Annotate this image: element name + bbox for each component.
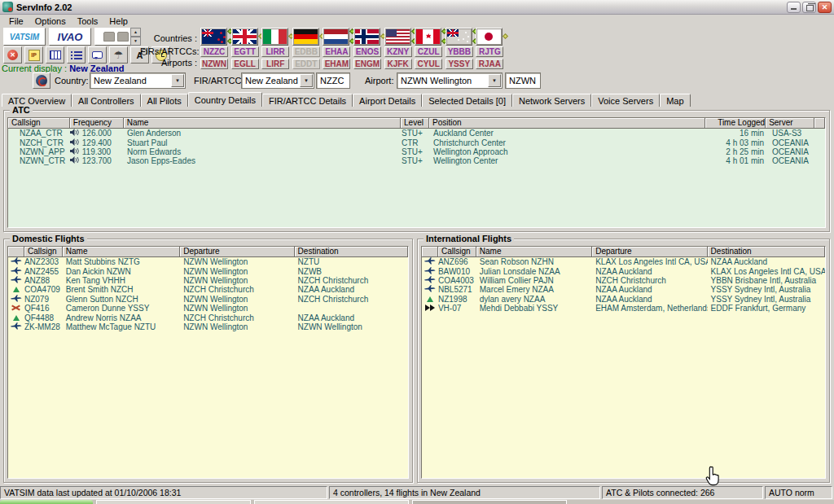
country-flag-button-new-zealand[interactable]: [200, 28, 227, 46]
flight-row-coa4709[interactable]: COA4709Brent Smith NZCHNZCH Christchurch…: [8, 285, 408, 294]
country-flag-button-canada[interactable]: [415, 28, 441, 46]
flights-col-header[interactable]: Destination: [295, 247, 408, 257]
menu-help[interactable]: Help: [103, 15, 134, 27]
flight-row-nz1998[interactable]: NZ1998dylan avery NZAANZAA AucklandYSSY …: [422, 295, 825, 304]
flight-row-zk-mm28[interactable]: ZK-MM28Matthew McTague NZTUNZWN Wellingt…: [8, 322, 408, 331]
fir-button-ehaa[interactable]: EHAA: [323, 46, 350, 57]
fir-button-kzny[interactable]: KZNY: [384, 46, 412, 57]
country-flag-button-netherlands[interactable]: [323, 28, 349, 46]
flight-row-anz2303[interactable]: ANZ2303Matt Stubbins NZTGNZWN Wellington…: [8, 257, 408, 266]
country-flag-button-italy[interactable]: [261, 28, 288, 46]
airport-button-lirf[interactable]: LIRF: [261, 59, 289, 69]
flight-row-qf416[interactable]: QF416Cameron Dunne YSSYNZWN Wellington: [8, 304, 408, 313]
flight-row-nz079[interactable]: NZ079Glenn Sutton NZCHNZWN WellingtonNZC…: [8, 295, 408, 304]
atc-col-header[interactable]: Name: [124, 118, 401, 129]
airport-select[interactable]: NZWN Wellington ▼: [397, 72, 503, 89]
tab-country-details[interactable]: Country Details: [188, 92, 262, 107]
flight-row-anz2455[interactable]: ANZ2455Dan Aickin NZWNNZWN WellingtonNZW…: [8, 266, 408, 275]
weather-button[interactable]: ☂: [109, 46, 128, 64]
atc-row-nzaa_ctr[interactable]: NZAA_CTR 126.000Glen AndersonSTU+Aucklan…: [8, 129, 825, 138]
chat-button[interactable]: [88, 46, 107, 64]
atc-col-header[interactable]: Frequency: [70, 118, 124, 129]
ivao-button[interactable]: IVAO: [49, 28, 91, 46]
airport-button-engm[interactable]: ENGM: [353, 59, 381, 69]
fir-button-czul[interactable]: CZUL: [415, 46, 442, 57]
airport-button-nzwn[interactable]: NZWN: [200, 59, 228, 69]
flight-row-anz696[interactable]: ANZ696Sean Robson NZHNKLAX Los Angeles I…: [422, 257, 825, 266]
disconnect-button[interactable]: ✕: [3, 46, 22, 64]
airport-button-rjaa[interactable]: RJAA: [476, 59, 503, 69]
flights-col-header[interactable]: Name: [476, 247, 592, 257]
fir-button-enos[interactable]: ENOS: [353, 46, 381, 57]
flight-row-coa4003[interactable]: COA4003William Collier PAJNNZCH Christch…: [422, 276, 825, 285]
tab-airport-details[interactable]: Airport Details: [353, 94, 422, 107]
country-flag-button-norway[interactable]: [353, 28, 380, 46]
flight-row-anz88[interactable]: ANZ88Ken Tang VHHHNZWN WellingtonNZCH Ch…: [8, 276, 408, 285]
menu-file[interactable]: File: [3, 15, 29, 27]
atc-col-header[interactable]: Server: [766, 118, 814, 129]
taskbar-button[interactable]: [96, 500, 251, 504]
title-bar[interactable]: ServInfo 2.02 ✕: [0, 0, 834, 15]
airport-button-yssy[interactable]: YSSY: [446, 59, 473, 69]
flights-col-header[interactable]: Departure: [592, 247, 707, 257]
airport-button-cyul[interactable]: CYUL: [415, 59, 442, 69]
tab-fir-artcc-details[interactable]: FIR/ARTCC Details: [262, 94, 353, 107]
flights-col-header[interactable]: [422, 247, 438, 257]
airport-code-field[interactable]: NZWN: [505, 72, 541, 89]
flights-col-header[interactable]: Departure: [180, 247, 294, 257]
taskbar-button[interactable]: [254, 500, 409, 504]
atc-row-nzwn_app[interactable]: NZWN_APP 119.300Norm EdwardsSTU+Wellingt…: [8, 147, 825, 156]
atc-col-header[interactable]: Time Logged: [705, 118, 766, 129]
flights-col-header[interactable]: Callsign: [24, 247, 63, 257]
menu-tools[interactable]: Tools: [72, 15, 104, 27]
flight-row-vh-07[interactable]: VH-07Mehdi Debbabi YSSYEHAM Amsterdam, N…: [422, 304, 825, 313]
chevron-down-icon[interactable]: ▼: [488, 74, 501, 87]
country-select[interactable]: New Zealand ▼: [90, 72, 186, 89]
flight-row-baw010[interactable]: BAW010Julian Lonsdale NZAANZAA AucklandK…: [422, 266, 825, 275]
fir-select[interactable]: New Zealand ▼: [241, 72, 314, 89]
tab-selected-details-0-[interactable]: Selected Details [0]: [422, 94, 512, 107]
flights-col-header[interactable]: Destination: [708, 247, 825, 257]
flight-row-nbl5271[interactable]: NBL5271Marcel Emery NZAANZAA AucklandYSS…: [422, 285, 825, 294]
chevron-down-icon[interactable]: ▼: [300, 74, 313, 87]
atc-col-header[interactable]: [814, 118, 825, 129]
flights-col-header[interactable]: [8, 247, 24, 257]
tab-all-pilots[interactable]: All Pilots: [141, 94, 188, 107]
country-flag-button-usa[interactable]: [384, 28, 411, 46]
airport-button-eham[interactable]: EHAM: [323, 59, 350, 69]
country-flag-button-australia[interactable]: [446, 28, 472, 46]
quick-search-button[interactable]: [33, 72, 50, 89]
minimize-button[interactable]: [787, 2, 801, 13]
taskbar-button[interactable]: [412, 500, 567, 504]
close-button[interactable]: ✕: [818, 2, 832, 13]
start-button-edge[interactable]: [0, 500, 93, 504]
tab-voice-servers[interactable]: Voice Servers: [591, 94, 660, 107]
fir-button-egtt[interactable]: EGTT: [231, 46, 259, 57]
tab-map[interactable]: Map: [660, 94, 690, 107]
chevron-down-icon[interactable]: ▼: [171, 74, 184, 87]
fir-button-nzzc[interactable]: NZZC: [200, 46, 228, 57]
fir-button-rjtg[interactable]: RJTG: [476, 46, 503, 57]
ip-button[interactable]: IP: [24, 46, 43, 64]
menu-options[interactable]: Options: [29, 15, 72, 27]
country-flag-button-united-kingdom[interactable]: [231, 28, 258, 46]
atc-row-nzwn_ctr[interactable]: NZWN_CTR 123.700Jason Epps-EadesSTU+Well…: [8, 156, 825, 165]
airport-button-egll[interactable]: EGLL: [231, 59, 259, 69]
atc-row-nzch_ctr[interactable]: NZCH_CTR 129.400Stuart PaulCTRChristchur…: [8, 138, 825, 147]
fir-code-field[interactable]: NZZC: [316, 72, 350, 89]
tab-network-servers[interactable]: Network Servers: [512, 94, 591, 107]
list-view-button[interactable]: [67, 46, 86, 64]
flights-col-header[interactable]: Name: [63, 247, 180, 257]
flights-col-header[interactable]: Callsign: [438, 247, 476, 257]
atc-col-header[interactable]: Position: [429, 118, 705, 129]
fir-button-lirr[interactable]: LIRR: [261, 46, 289, 57]
tab-all-controllers[interactable]: All Controllers: [72, 94, 140, 107]
restore-button[interactable]: [802, 2, 816, 13]
country-flag-button-japan[interactable]: [476, 28, 503, 46]
atc-col-header[interactable]: Callsign: [8, 118, 70, 129]
airport-button-kjfk[interactable]: KJFK: [384, 59, 412, 69]
fir-button-ybbb[interactable]: YBBB: [446, 46, 473, 57]
grid-view-button[interactable]: [46, 46, 64, 64]
flight-row-qf4488[interactable]: QF4488Andrew Norris NZAANZCH Christchurc…: [8, 313, 408, 322]
country-flag-button-germany[interactable]: [292, 28, 319, 46]
